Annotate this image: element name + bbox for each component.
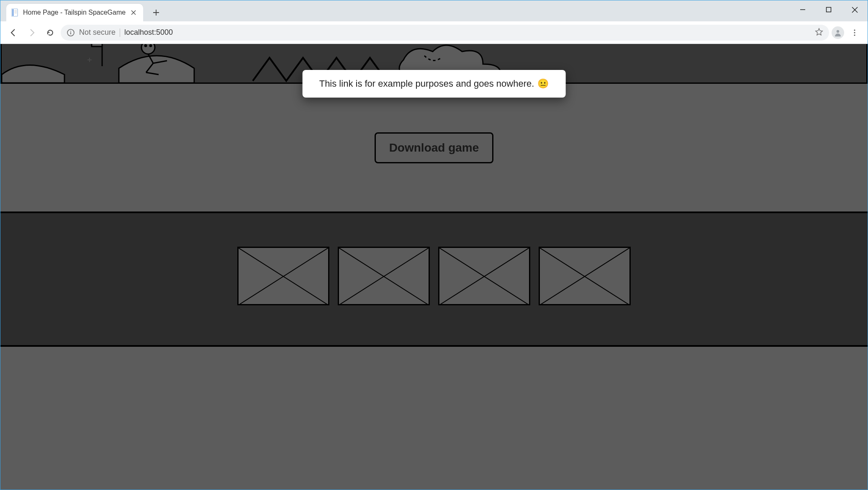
profile-button[interactable] (832, 26, 844, 39)
address-bar[interactable]: Not secure localhost:5000 (61, 25, 829, 41)
bookmark-icon[interactable] (815, 28, 823, 38)
close-tab-icon[interactable] (130, 9, 137, 16)
reload-button[interactable] (42, 25, 58, 41)
download-game-button[interactable]: Download game (375, 132, 494, 163)
gallery-thumb[interactable] (237, 247, 329, 305)
svg-point-8 (70, 31, 71, 31)
gallery-section (0, 211, 868, 347)
svg-point-21 (145, 45, 146, 46)
svg-point-13 (854, 34, 855, 36)
viewport: Download game This link is for (0, 44, 868, 490)
tooltip: This link is for example purposes and go… (303, 70, 566, 98)
neutral-face-icon: 😐 (537, 78, 549, 89)
address-separator (120, 28, 120, 37)
browser-window: Home Page - Tailspin SpaceGame (0, 0, 868, 490)
url-text: localhost:5000 (124, 28, 173, 37)
gallery-thumb[interactable] (338, 247, 430, 305)
page-content: Download game (0, 44, 868, 490)
favicon-icon (11, 8, 19, 17)
browser-toolbar: Not secure localhost:5000 (0, 21, 868, 44)
tab-title: Home Page - Tailspin SpaceGame (23, 9, 126, 16)
below-section (0, 347, 868, 490)
svg-rect-15 (92, 44, 102, 46)
tooltip-text: This link is for example purposes and go… (319, 78, 534, 89)
svg-rect-1 (13, 9, 13, 16)
svg-point-16 (141, 44, 155, 54)
titlebar: Home Page - Tailspin SpaceGame (0, 0, 868, 21)
svg-rect-6 (827, 8, 831, 12)
svg-point-22 (150, 45, 152, 46)
cta-section: Download game (0, 84, 868, 211)
gallery-thumb[interactable] (438, 247, 530, 305)
security-label: Not secure (79, 28, 116, 37)
back-button[interactable] (5, 25, 21, 41)
svg-point-10 (837, 30, 839, 32)
svg-rect-9 (70, 32, 71, 34)
forward-button[interactable] (24, 25, 40, 41)
maximize-button[interactable] (816, 0, 842, 19)
browser-tab[interactable]: Home Page - Tailspin SpaceGame (6, 4, 143, 21)
svg-point-11 (854, 29, 855, 31)
close-window-button[interactable] (842, 0, 868, 19)
minimize-button[interactable] (790, 0, 816, 19)
gallery-thumb[interactable] (539, 247, 631, 305)
site-info-icon[interactable] (67, 28, 75, 37)
svg-point-12 (854, 32, 855, 33)
new-tab-button[interactable] (149, 5, 163, 20)
menu-button[interactable] (847, 25, 863, 41)
window-controls (790, 0, 868, 19)
